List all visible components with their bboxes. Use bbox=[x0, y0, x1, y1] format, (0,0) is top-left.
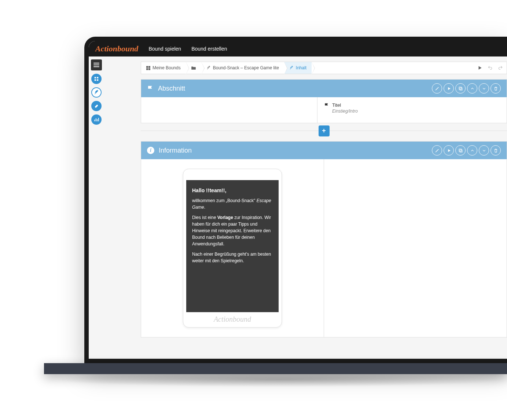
section-information-body: Hallo !!team!!, willkommen zum „Bound-Sn… bbox=[141, 159, 507, 337]
laptop-notch bbox=[250, 37, 316, 45]
preview-line2: Dies ist eine Vorlage zur Inspiration. W… bbox=[192, 214, 273, 247]
preview-button[interactable] bbox=[444, 83, 454, 94]
move-down-button[interactable] bbox=[479, 83, 489, 94]
phone-preview-wrap: Hallo !!team!!, willkommen zum „Bound-Sn… bbox=[141, 159, 324, 337]
copy-icon bbox=[458, 86, 463, 91]
copy-button[interactable] bbox=[455, 145, 466, 156]
move-down-button[interactable] bbox=[479, 145, 489, 156]
phone-brand: Actionbound bbox=[186, 312, 279, 325]
breadcrumb-my-bounds-label: Meine Bounds bbox=[153, 65, 181, 70]
section-abschnitt-header: Abschnitt bbox=[141, 80, 507, 97]
left-sidebar bbox=[89, 56, 104, 359]
info-properties-column bbox=[324, 159, 507, 337]
edit-button[interactable] bbox=[432, 145, 442, 156]
section-body-left bbox=[141, 97, 317, 123]
preview-line2-bold: Vorlage bbox=[217, 215, 233, 220]
laptop-shadow bbox=[51, 372, 507, 387]
flag-small-icon bbox=[324, 103, 329, 108]
svg-rect-2 bbox=[460, 150, 462, 152]
svg-rect-1 bbox=[459, 87, 462, 90]
trash-icon bbox=[493, 148, 498, 153]
toolbar-actions bbox=[477, 62, 507, 74]
main-wrapper: Meine Bounds Bound-Snack – Escape Game l… bbox=[89, 56, 507, 359]
breadcrumb-my-bounds[interactable]: Meine Bounds bbox=[141, 62, 186, 74]
redo-button[interactable] bbox=[498, 65, 503, 70]
chevron-down-icon bbox=[482, 148, 486, 153]
breadcrumb-bound-label: Bound-Snack – Escape Game lite bbox=[213, 65, 279, 70]
section-information: i Information bbox=[141, 141, 507, 337]
sidebar-content-button[interactable] bbox=[91, 87, 102, 98]
phone-screen: Hallo !!team!!, willkommen zum „Bound-Sn… bbox=[186, 180, 279, 312]
pencil-icon bbox=[435, 148, 440, 153]
section-abschnitt-actions bbox=[432, 83, 501, 94]
breadcrumb-spacer bbox=[312, 62, 477, 74]
title-field: Titel bbox=[324, 102, 500, 108]
preview-line3: Nach einer Begrüßung geht's am besten we… bbox=[192, 251, 273, 264]
delete-button[interactable] bbox=[491, 83, 501, 94]
pencil-icon bbox=[435, 86, 440, 91]
move-up-button[interactable] bbox=[467, 145, 477, 156]
undo-icon bbox=[488, 65, 493, 70]
chevron-up-icon bbox=[470, 86, 475, 91]
section-abschnitt-title: Abschnitt bbox=[158, 85, 427, 92]
undo-button[interactable] bbox=[488, 65, 493, 70]
svg-rect-3 bbox=[459, 149, 462, 151]
chevron-up-icon bbox=[470, 148, 475, 153]
feather-icon bbox=[94, 90, 99, 95]
section-body-right: Titel Einstieg/Intro bbox=[317, 97, 507, 123]
preview-heading: Hallo !!team!!, bbox=[192, 187, 273, 194]
play-icon bbox=[477, 65, 482, 70]
section-information-title: Information bbox=[159, 147, 427, 154]
chart-icon bbox=[94, 117, 99, 122]
trash-icon bbox=[493, 86, 498, 91]
preview-line2-prefix: Dies ist eine bbox=[192, 215, 217, 220]
sidebar-settings-button[interactable] bbox=[91, 101, 102, 111]
preview-button[interactable] bbox=[444, 145, 454, 156]
section-abschnitt: Abschnitt bbox=[141, 79, 507, 123]
info-icon: i bbox=[147, 147, 154, 154]
svg-rect-0 bbox=[460, 88, 462, 90]
nav-play-bound[interactable]: Bound spielen bbox=[148, 46, 181, 52]
chevron-down-icon bbox=[482, 86, 486, 91]
preview-line1-end: . bbox=[204, 205, 205, 210]
copy-icon bbox=[458, 148, 463, 153]
menu-toggle-button[interactable] bbox=[91, 59, 102, 70]
app-content: Actionbound Bound spielen Bound erstelle… bbox=[89, 41, 507, 359]
play-button[interactable] bbox=[477, 65, 482, 70]
breadcrumb: Meine Bounds Bound-Snack – Escape Game l… bbox=[141, 62, 507, 74]
title-field-label: Titel bbox=[332, 102, 341, 108]
feather-small-icon bbox=[289, 66, 294, 70]
wrench-icon bbox=[94, 103, 99, 109]
title-field-value: Einstieg/Intro bbox=[332, 109, 500, 114]
sidebar-overview-button[interactable] bbox=[91, 74, 102, 84]
add-divider: + bbox=[141, 131, 507, 131]
laptop-frame: Actionbound Bound spielen Bound erstelle… bbox=[84, 37, 507, 363]
info-preview-column: Hallo !!team!!, willkommen zum „Bound-Sn… bbox=[141, 159, 324, 337]
brand-logo[interactable]: Actionbound bbox=[95, 44, 138, 54]
breadcrumb-content-label: Inhalt bbox=[296, 65, 306, 70]
section-information-actions bbox=[432, 145, 501, 156]
hamburger-icon bbox=[93, 63, 99, 67]
preview-line1-prefix: willkommen zum „Bound-Snack" bbox=[192, 198, 257, 203]
preview-line1: willkommen zum „Bound-Snack" Escape Game… bbox=[192, 197, 273, 211]
nav-create-bound[interactable]: Bound erstellen bbox=[191, 46, 227, 52]
folder-icon bbox=[191, 65, 196, 70]
breadcrumb-bound[interactable]: Bound-Snack – Escape Game lite bbox=[201, 62, 284, 74]
section-abschnitt-body: Titel Einstieg/Intro bbox=[141, 97, 507, 123]
delete-button[interactable] bbox=[491, 145, 501, 156]
play-icon bbox=[447, 86, 451, 91]
redo-icon bbox=[498, 65, 503, 70]
overview-icon bbox=[94, 76, 99, 81]
grid-icon bbox=[146, 66, 150, 70]
sidebar-stats-button[interactable] bbox=[91, 114, 102, 125]
edit-button[interactable] bbox=[432, 83, 442, 94]
add-element-button[interactable]: + bbox=[319, 125, 330, 136]
main-content: Meine Bounds Bound-Snack – Escape Game l… bbox=[104, 56, 507, 359]
move-up-button[interactable] bbox=[467, 83, 477, 94]
section-information-header: i Information bbox=[141, 142, 507, 159]
copy-button[interactable] bbox=[455, 83, 466, 94]
phone-preview: Hallo !!team!!, willkommen zum „Bound-Sn… bbox=[183, 169, 282, 328]
breadcrumb-content[interactable]: Inhalt bbox=[284, 62, 312, 74]
feather-small-icon bbox=[206, 66, 211, 70]
play-icon bbox=[447, 148, 451, 153]
